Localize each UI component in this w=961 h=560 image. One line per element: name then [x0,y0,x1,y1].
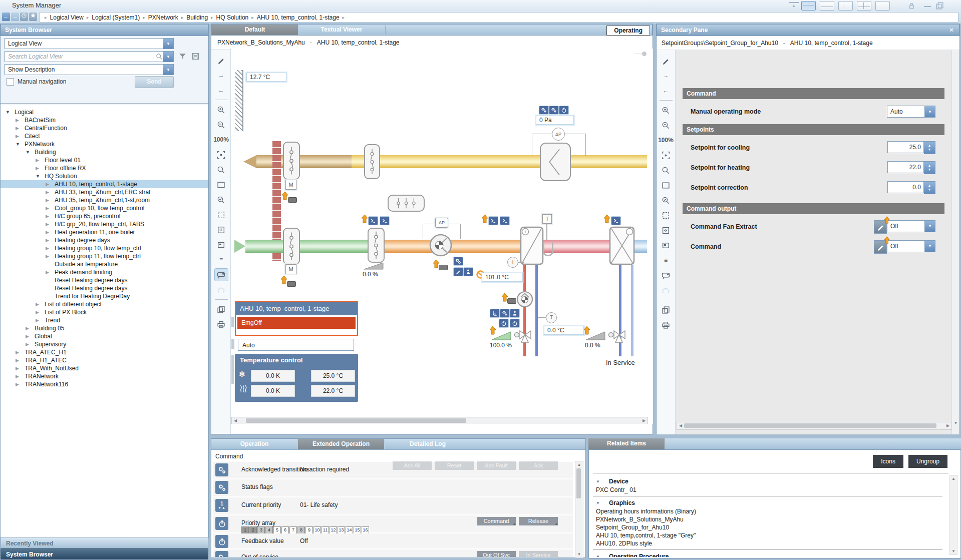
settings-gear-icon-button[interactable] [539,106,549,115]
expand-icon[interactable]: ▶ [36,300,45,308]
origin-view-button[interactable] [215,239,228,251]
settings-gear-icon-button[interactable] [549,106,559,115]
zoom-in-button[interactable] [215,104,228,116]
fan-dp-sensor[interactable]: ΔP [435,218,448,228]
tree-item[interactable]: ▶Floor offline RX [1,164,208,172]
secondary-h-scrollbar[interactable]: ◀ ▶ [677,422,952,430]
tree-item[interactable]: Outside air temperature [1,260,208,268]
heating-valve-position-value[interactable]: 100.0 % [490,342,512,349]
breadcrumb-item[interactable]: Logical (System1) [92,14,140,21]
collapse-icon[interactable]: ▼ [593,554,609,557]
tree-item[interactable]: ▶TRA_H1_ATEC [1,356,208,364]
boiler-temp-sensor[interactable]: T [507,257,518,268]
priority-cell[interactable]: 8 [297,526,305,534]
tree-item[interactable]: ▶Heating degree days [1,236,208,244]
related-item[interactable]: PXNetwork_B_Solutions_MyAhu [593,515,942,523]
tree-item[interactable]: ▼Building [1,148,208,156]
damper-actuator-motor[interactable]: M [285,264,296,274]
property-spin-value[interactable]: 25.0 [887,141,924,153]
operation-tab-extended-operation[interactable]: Extended Operation [298,439,385,449]
related-group-header[interactable]: ▼Operating Procedure [593,552,942,557]
tree-item[interactable]: ▶Supervisory [1,340,208,348]
zoom-level-button[interactable]: 100% [215,134,228,146]
fit-view-button[interactable] [215,149,228,161]
pan-button[interactable] [660,224,673,236]
supply-fan-icon[interactable] [429,233,453,257]
collapse-icon[interactable]: ▼ [593,501,609,505]
recently-viewed-bar[interactable]: Recently Viewed [1,537,208,548]
layout-bottom-button[interactable] [820,1,834,11]
power-state-icon-button[interactable] [499,319,509,328]
command-terminal-icon-button[interactable] [611,216,621,225]
priority-cell[interactable]: 5 [273,526,281,534]
restore-window-button[interactable] [935,2,944,10]
supply-temp-sensor[interactable]: T [542,214,552,224]
layout-left-button[interactable] [838,1,853,11]
related-item[interactable]: PXC Contr_ 01 [593,486,942,494]
priority-cell[interactable]: 6 [281,526,289,534]
release-button[interactable]: Release [519,517,558,525]
tree-item[interactable]: ▶Heat generation 11, one boiler [1,228,208,236]
tree-item[interactable]: ▶Heating group 11, flow temp_ctrl [1,252,208,260]
layers-button[interactable]: ≡ [215,254,228,266]
chevron-down-icon[interactable]: ▼ [924,241,935,252]
expand-icon[interactable]: ▶ [46,252,55,260]
priority-cell[interactable]: 9 [305,526,313,534]
priority-cell[interactable]: 1 [241,526,249,534]
zoom-out-button[interactable] [215,119,228,131]
forward-button[interactable]: → [11,13,19,21]
expand-icon[interactable]: ▶ [46,268,55,276]
expand-icon[interactable]: ▶ [26,324,35,332]
tree-item[interactable]: ▶Floor level 01 [1,156,208,164]
reset-button[interactable]: Reset [435,461,474,470]
tree-item[interactable]: ▶AHU 33, temp_&hum_ctrl,ERC strat [1,188,208,196]
breadcrumb-item[interactable]: PXNetwork [148,14,178,21]
property-spin-value[interactable]: 22.0 [887,161,924,173]
spin-up-icon[interactable]: ▲ [928,144,931,148]
ack-fault-button[interactable]: Ack Fault [477,461,516,470]
cooling-coil-icon[interactable]: − [609,226,635,265]
related-items-tab[interactable]: Related Items [588,438,665,449]
priority-cell[interactable]: 2 [249,526,257,534]
tree-item[interactable]: ▼HQ Solution [1,172,208,180]
icons-button[interactable]: Icons [873,455,903,468]
alarm-state-value[interactable]: EmgOff [237,317,356,329]
expand-icon[interactable]: ▶ [46,220,55,228]
group-elements-button[interactable] [660,284,673,296]
back-button[interactable]: ← [660,85,673,97]
tree-item[interactable]: ▼Logical [1,108,208,116]
expand-icon[interactable]: ▶ [36,164,45,172]
cooling-setpoint-value[interactable]: 25.0 °C [311,370,355,382]
out-of-svc-button[interactable]: Out Of Svc [477,551,516,557]
expand-icon[interactable]: ▶ [46,212,55,220]
expand-icon[interactable]: ▶ [46,196,55,204]
spin-up-icon[interactable]: ▲ [928,184,931,188]
damper-actuator-motor[interactable]: M [285,180,296,190]
pane-handle-icon[interactable] [642,52,647,56]
expand-icon[interactable]: ▶ [16,124,25,132]
operating-mode-value[interactable]: Auto [238,339,354,351]
favorites-button[interactable] [29,13,37,21]
command-terminal-icon-button[interactable] [488,216,498,225]
zoom-selection-button[interactable] [660,194,673,206]
command-button[interactable]: Command [477,517,516,525]
zoom-in-button[interactable] [660,104,673,116]
related-item[interactable]: AHU 10, temp,control, 1-stage "Grey" [593,531,942,539]
priority-cell[interactable]: 13 [338,526,345,534]
operating-mode-button[interactable]: Operating [606,26,650,36]
comment-settings-button[interactable] [660,269,673,281]
forward-button[interactable]: → [215,69,228,81]
operating-hours-icon-button[interactable] [490,309,500,318]
manual-navigation-checkbox[interactable] [7,78,14,86]
forward-button[interactable]: → [660,70,673,82]
collapse-icon[interactable]: ▼ [6,108,15,116]
priority-cell[interactable]: 7 [289,526,297,534]
chevron-down-icon[interactable]: ▼ [163,39,173,49]
tree-item[interactable]: ▶List of different object [1,300,208,308]
magnifier-button[interactable] [215,164,228,176]
layout-grid-button[interactable] [857,1,871,11]
back-button[interactable]: ← [2,13,10,21]
tree-item[interactable]: ▶AHU 35, temp_&hum_ctrl,1-st,room [1,196,208,204]
back-button[interactable]: ← [215,84,228,96]
settings-gear-icon-button[interactable] [500,309,510,318]
